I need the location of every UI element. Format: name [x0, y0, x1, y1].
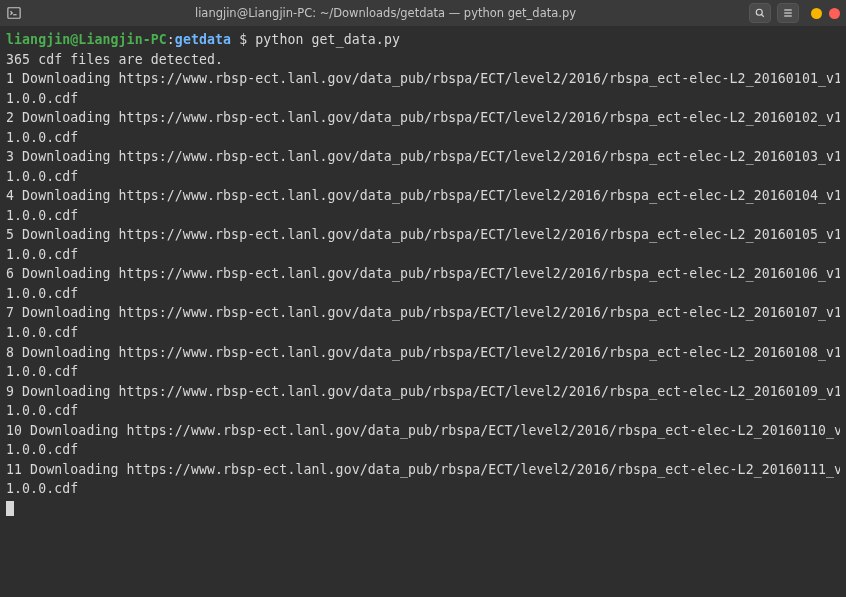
search-button[interactable] — [749, 3, 771, 23]
svg-rect-0 — [8, 8, 20, 19]
output-download-entry: 6 Downloading https://www.rbsp-ect.lanl.… — [6, 264, 840, 303]
output-line: 11 Downloading https://www.rbsp-ect.lanl… — [6, 460, 840, 480]
output-download-entry: 9 Downloading https://www.rbsp-ect.lanl.… — [6, 382, 840, 421]
output-line: 1.0.0.cdf — [6, 479, 840, 499]
prompt-colon: : — [167, 32, 175, 47]
output-download-entry: 3 Downloading https://www.rbsp-ect.lanl.… — [6, 147, 840, 186]
minimize-button[interactable] — [811, 8, 822, 19]
menu-button[interactable] — [777, 3, 799, 23]
output-line: 3 Downloading https://www.rbsp-ect.lanl.… — [6, 147, 840, 167]
output-line: 10 Downloading https://www.rbsp-ect.lanl… — [6, 421, 840, 441]
output-line: 1.0.0.cdf — [6, 167, 840, 187]
svg-point-2 — [756, 9, 762, 15]
prompt-sigil: $ — [239, 32, 247, 47]
output-line: 1 Downloading https://www.rbsp-ect.lanl.… — [6, 69, 840, 89]
output-line: 7 Downloading https://www.rbsp-ect.lanl.… — [6, 303, 840, 323]
output-line: 1.0.0.cdf — [6, 440, 840, 460]
output-line: 1.0.0.cdf — [6, 206, 840, 226]
output-detect-line: 365 cdf files are detected. — [6, 50, 840, 70]
output-line: 1.0.0.cdf — [6, 401, 840, 421]
output-download-entry: 10 Downloading https://www.rbsp-ect.lanl… — [6, 421, 840, 460]
window-title: liangjin@Liangjin-PC: ~/Downloads/getdat… — [28, 6, 743, 20]
output-download-entry: 11 Downloading https://www.rbsp-ect.lanl… — [6, 460, 840, 499]
output-line: 9 Downloading https://www.rbsp-ect.lanl.… — [6, 382, 840, 402]
output-line: 1.0.0.cdf — [6, 284, 840, 304]
prompt-command: python get_data.py — [255, 32, 400, 47]
output-line: 1.0.0.cdf — [6, 128, 840, 148]
terminal-app-icon — [6, 5, 22, 21]
svg-line-3 — [762, 15, 764, 17]
output-line: 1.0.0.cdf — [6, 89, 840, 109]
output-download-list: 1 Downloading https://www.rbsp-ect.lanl.… — [6, 69, 840, 499]
output-line: 2 Downloading https://www.rbsp-ect.lanl.… — [6, 108, 840, 128]
output-download-entry: 2 Downloading https://www.rbsp-ect.lanl.… — [6, 108, 840, 147]
prompt-line: liangjin@Liangjin-PC:getdata $ python ge… — [6, 30, 840, 50]
terminal-content[interactable]: liangjin@Liangjin-PC:getdata $ python ge… — [0, 26, 846, 597]
close-button[interactable] — [829, 8, 840, 19]
titlebar: liangjin@Liangjin-PC: ~/Downloads/getdat… — [0, 0, 846, 26]
output-line: 4 Downloading https://www.rbsp-ect.lanl.… — [6, 186, 840, 206]
prompt-user-host: liangjin@Liangjin-PC — [6, 32, 167, 47]
prompt-directory: getdata — [175, 32, 231, 47]
output-download-entry: 1 Downloading https://www.rbsp-ect.lanl.… — [6, 69, 840, 108]
output-line: 6 Downloading https://www.rbsp-ect.lanl.… — [6, 264, 840, 284]
output-download-entry: 5 Downloading https://www.rbsp-ect.lanl.… — [6, 225, 840, 264]
output-line: 1.0.0.cdf — [6, 245, 840, 265]
cursor-line — [6, 499, 840, 519]
output-line: 1.0.0.cdf — [6, 323, 840, 343]
output-line: 8 Downloading https://www.rbsp-ect.lanl.… — [6, 343, 840, 363]
output-download-entry: 8 Downloading https://www.rbsp-ect.lanl.… — [6, 343, 840, 382]
output-download-entry: 4 Downloading https://www.rbsp-ect.lanl.… — [6, 186, 840, 225]
output-line: 1.0.0.cdf — [6, 362, 840, 382]
output-line: 5 Downloading https://www.rbsp-ect.lanl.… — [6, 225, 840, 245]
output-download-entry: 7 Downloading https://www.rbsp-ect.lanl.… — [6, 303, 840, 342]
cursor — [6, 501, 14, 516]
